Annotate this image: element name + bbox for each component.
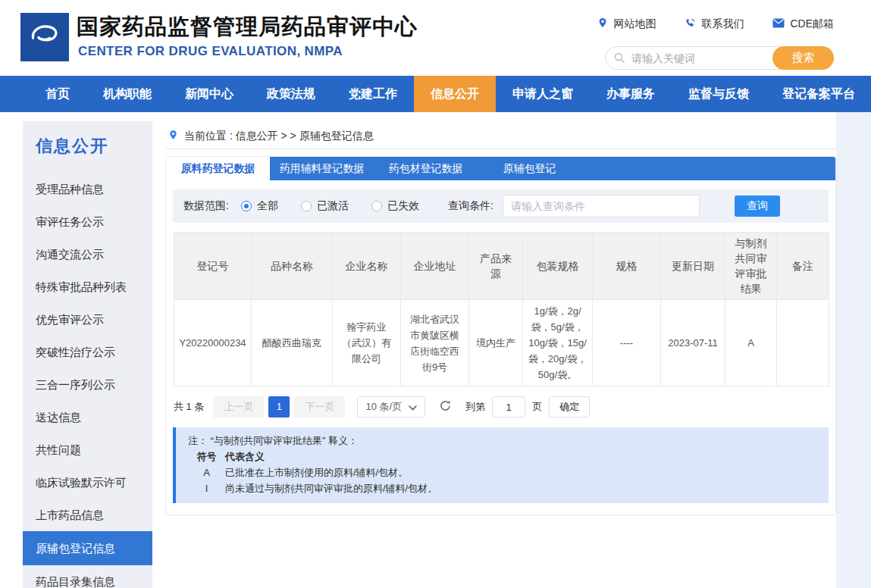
tab-api-registration[interactable]: 原料药登记数据 [166, 157, 270, 180]
radio-checked-icon [241, 201, 252, 211]
pagination: 共 1 条 上一页 1 下一页 10 条/页 到第 页 确定 [174, 396, 828, 418]
sidebar-item-breakthrough-therapy[interactable]: 突破性治疗公示 [23, 336, 152, 368]
page-subtitle: CENTER FOR DRUG EVALUATION, NMPA [78, 44, 343, 59]
site-search: 搜索 [605, 46, 834, 70]
col-packaging-spec: 包装规格 [523, 233, 593, 300]
refresh-button[interactable] [439, 399, 452, 414]
scope-label: 数据范围: [183, 199, 229, 213]
cell-joint-review-result: A [725, 300, 777, 386]
cell-remarks [777, 300, 829, 386]
location-pin-icon [597, 17, 608, 31]
table-row: Y20220000234 醋酸西曲瑞克 翰宇药业（武汉）有限公司 湖北省武汉市黄… [174, 300, 829, 386]
col-variety-name: 品种名称 [252, 233, 333, 300]
sitemap-link[interactable]: 网站地图 [597, 17, 656, 31]
col-registration-no: 登记号 [174, 233, 252, 300]
sidebar: 信息公开 受理品种信息 审评任务公示 沟通交流公示 特殊审批品种列表 优先审评公… [23, 121, 152, 588]
note-meaning-header: 代表含义 [225, 449, 265, 464]
sidebar-item-drug-catalog[interactable]: 药品目录集信息 [23, 565, 152, 588]
tab-raw-aux-pack[interactable]: 原辅包登记 [478, 157, 581, 180]
sidebar-item-review-tasks[interactable]: 审评任务公示 [23, 205, 152, 238]
contact-link[interactable]: 联系我们 [685, 17, 744, 31]
goto-suffix: 页 [532, 400, 542, 414]
sidebar-item-clinical-trial-license[interactable]: 临床试验默示许可 [23, 466, 152, 499]
nav-item-party[interactable]: 党建工作 [332, 76, 414, 112]
goto-label: 到第 [465, 400, 485, 414]
note-meaning-a: 已批准在上市制剂使用的原料/辅料/包材。 [225, 464, 408, 480]
site-search-button[interactable]: 搜索 [772, 46, 834, 70]
cde-logo[interactable] [20, 13, 69, 61]
sidebar-item-delivery-info[interactable]: 送达信息 [23, 401, 152, 433]
nav-item-applicant[interactable]: 申请人之窗 [496, 76, 590, 112]
radio-unchecked-icon [371, 201, 382, 211]
nav-item-policy[interactable]: 政策法规 [250, 76, 332, 112]
sidebar-item-common-issues[interactable]: 共性问题 [23, 433, 152, 466]
nav-item-supervision[interactable]: 监督与反馈 [672, 76, 766, 112]
cell-registration-no: Y20220000234 [174, 300, 252, 386]
cell-spec: ---- [593, 300, 661, 386]
table-header-row: 登记号 品种名称 企业名称 企业地址 产品来源 包装规格 规格 更新日期 与制剂… [174, 233, 829, 300]
page-background-strip [836, 112, 871, 588]
prev-page-button[interactable]: 上一页 [213, 396, 264, 418]
sidebar-item-raw-material-registration[interactable]: 原辅包登记信息 [23, 531, 152, 565]
content-card: 原料药登记数据 药用辅料登记数据 药包材登记数据 原辅包登记 数据范围: 全部 … [165, 156, 836, 515]
tab-excipient-registration[interactable]: 药用辅料登记数据 [270, 157, 374, 180]
refresh-icon [439, 399, 452, 414]
sidebar-item-priority-review[interactable]: 优先审评公示 [23, 303, 152, 336]
tab-packaging-registration[interactable]: 药包材登记数据 [374, 157, 478, 180]
note-meaning-i: 尚未通过与制剂共同审评审批的原料/辅料/包材。 [225, 480, 437, 496]
cell-packaging-spec: 1g/袋，2g/袋，5g/袋，10g/袋，15g/袋，20g/袋，50g/袋。 [523, 300, 593, 386]
note-symbol-header: 符号 [188, 449, 225, 464]
radio-all[interactable]: 全部 [241, 199, 278, 213]
nav-item-services[interactable]: 办事服务 [590, 76, 672, 112]
query-condition-input[interactable] [503, 195, 700, 217]
page-number-1[interactable]: 1 [268, 396, 290, 418]
col-product-source: 产品来源 [469, 233, 523, 300]
sidebar-item-communication[interactable]: 沟通交流公示 [23, 238, 152, 271]
mail-icon [772, 18, 785, 30]
radio-expired-label: 已失效 [387, 199, 419, 213]
col-spec: 规格 [593, 233, 661, 300]
legend-note: 注： “与制剂共同审评审批结果” 释义： 符号 代表含义 A 已批准在上市制剂使… [173, 427, 829, 503]
nav-item-news[interactable]: 新闻中心 [168, 76, 250, 112]
col-joint-review-result: 与制剂共同审评审批结果 [725, 233, 777, 300]
nav-item-registration-platform[interactable]: 登记备案平台 [766, 76, 871, 112]
page-size-value: 10 条/页 [365, 400, 402, 414]
filter-bar: 数据范围: 全部 已激活 已失效 查询条件: 查询 [173, 189, 829, 223]
sidebar-item-accepted-varieties[interactable]: 受理品种信息 [23, 173, 152, 205]
page-title: 国家药品监督管理局药品审评中心 [77, 12, 418, 42]
col-update-date: 更新日期 [661, 233, 725, 300]
tab-bar: 原料药登记数据 药用辅料登记数据 药包材登记数据 原辅包登记 [166, 157, 835, 180]
contact-label: 联系我们 [701, 17, 744, 31]
sidebar-item-three-in-one[interactable]: 三合一序列公示 [23, 368, 152, 401]
page-size-select[interactable]: 10 条/页 [357, 396, 425, 418]
breadcrumb-text: 当前位置 : 信息公开 > > 原辅包登记信息 [184, 130, 374, 143]
phone-icon [685, 17, 696, 31]
nav-item-functions[interactable]: 机构职能 [86, 76, 168, 112]
breadcrumb: 当前位置 : 信息公开 > > 原辅包登记信息 [165, 124, 836, 149]
search-icon [613, 52, 625, 67]
radio-expired[interactable]: 已失效 [371, 199, 419, 213]
nav-item-home[interactable]: 首页 [29, 76, 86, 112]
radio-activated[interactable]: 已激活 [301, 199, 349, 213]
radio-all-label: 全部 [257, 199, 278, 213]
col-remarks: 备注 [777, 233, 829, 300]
sidebar-item-special-approval[interactable]: 特殊审批品种列表 [23, 271, 152, 303]
col-company-name: 企业名称 [333, 233, 401, 300]
confirm-button[interactable]: 确定 [549, 396, 590, 418]
cell-company-name: 翰宇药业（武汉）有限公司 [333, 300, 401, 386]
note-symbol-a: A [188, 464, 225, 480]
sitemap-label: 网站地图 [613, 17, 656, 31]
note-header-row: 符号 代表含义 [188, 449, 816, 464]
note-title: 注： “与制剂共同审评审批结果” 释义： [188, 433, 816, 449]
note-row-i: I 尚未通过与制剂共同审评审批的原料/辅料/包材。 [188, 480, 816, 496]
mail-link[interactable]: CDE邮箱 [772, 17, 834, 31]
query-button[interactable]: 查询 [735, 195, 780, 217]
next-page-button[interactable]: 下一页 [294, 396, 345, 418]
goto-page-input[interactable] [492, 396, 525, 418]
cell-company-address: 湖北省武汉市黄陂区横店街临空西街9号 [401, 300, 469, 386]
radio-unchecked-icon [301, 201, 312, 211]
nav-item-info-disclosure[interactable]: 信息公开 [414, 76, 496, 112]
sidebar-title: 信息公开 [36, 135, 152, 158]
sidebar-item-marketed-drugs[interactable]: 上市药品信息 [23, 499, 152, 531]
registration-table: 登记号 品种名称 企业名称 企业地址 产品来源 包装规格 规格 更新日期 与制剂… [174, 232, 829, 386]
